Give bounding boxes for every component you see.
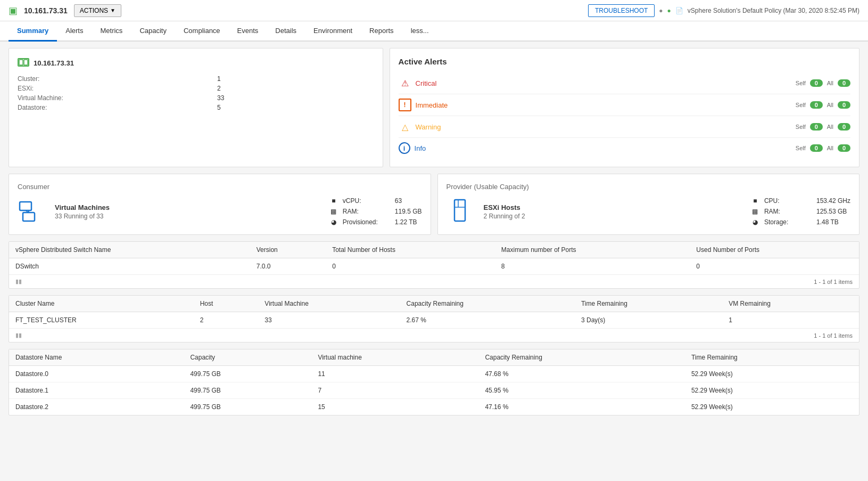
provisioned-row: ◕ Provisioned: 1.22 TB [329,218,422,226]
alert-info-label[interactable]: Info [415,144,796,152]
policy-text: vSphere Solution's Default Policy (Mar 3… [688,7,859,14]
distributed-switch-header-row: vSphere Distributed Switch Name Version … [9,242,859,258]
provider-ram-row: ▩ RAM: 125.53 GB [750,208,850,215]
col-datastore-name: Datastore Name [9,349,184,366]
datastore-value: 5 [217,104,374,111]
tab-less[interactable]: less... [402,21,437,42]
tab-summary[interactable]: Summary [9,21,57,42]
alert-info-counts: Self 0 All 0 [796,144,850,152]
col-ds-vm: Virtual machine [311,349,478,366]
provisioned-value: 1.22 TB [395,218,417,226]
tab-capacity[interactable]: Capacity [131,21,175,42]
cluster-value: 1 [217,75,374,83]
ds2-vm-cell: 15 [311,399,478,415]
ram-value: 119.5 GB [395,208,422,215]
immediate-self-count: 0 [810,101,823,109]
ds0-name-cell[interactable]: Datastore.0 [9,366,184,382]
policy-icon: 📄 [675,7,683,14]
chevron-down-icon: ▼ [110,7,115,13]
esxi-value: 2 [217,85,374,92]
warning-self-count: 0 [810,123,823,131]
col-max-ports: Maximum number of Ports [495,242,690,258]
storage-row: ◕ Storage: 1.48 TB [750,218,850,226]
cluster-section: Cluster Name Host Virtual Machine Capaci… [9,295,859,343]
cluster-name-cell[interactable]: FT_TEST_CLUSTER [9,312,194,329]
table-row: Datastore.0 499.75 GB 11 47.68 % 52.29 W… [9,366,859,382]
host-cell: 2 [194,312,259,329]
self-label-3: Self [796,124,806,130]
table-row: Datastore.1 499.75 GB 7 45.95 % 52.29 We… [9,382,859,399]
used-ports-cell: 0 [690,258,859,275]
storage-icon: ◕ [750,218,760,226]
consumer-info: Virtual Machines 33 Running of 33 [55,203,110,220]
all-label-2: All [827,102,833,108]
switch-name-cell[interactable]: DSwitch [9,258,250,275]
ram-row: ▩ RAM: 119.5 GB [329,208,422,215]
tab-alerts[interactable]: Alerts [57,21,92,42]
svg-rect-1 [19,60,23,65]
vm-resource-name: Virtual Machines [55,203,110,211]
immediate-all-count: 0 [838,101,850,109]
datastore-section: Datastore Name Capacity Virtual machine … [9,349,859,415]
col-version: Version [250,242,326,258]
tab-metrics[interactable]: Metrics [92,21,131,42]
ds2-cap-rem-cell: 47.16 % [478,399,684,415]
provider-info: ESXi Hosts 2 Running of 2 [484,203,525,220]
provider-ram-value: 125.53 GB [816,208,847,215]
esxi-resource-icon [447,198,473,226]
warning-all-count: 0 [838,123,850,131]
col-host: Host [194,296,259,312]
ram-label: RAM: [343,208,391,215]
top-bar-right: TROUBLESHOOT ● ● 📄 vSphere Solution's De… [588,4,859,17]
svg-rect-4 [23,213,35,221]
vm-remaining-cell: 1 [722,312,859,329]
tab-events[interactable]: Events [229,21,267,42]
critical-self-count: 0 [810,79,823,87]
table-row: DSwitch 7.0.0 0 8 0 [9,258,859,275]
version-cell: 7.0.0 [250,258,326,275]
critical-icon: ⚠ [399,77,411,89]
provider-header: Provider (Usable Capacity) [447,183,851,191]
cluster-resize-handle: ▮▮ [15,332,22,339]
troubleshoot-button[interactable]: TROUBLESHOOT [588,4,655,17]
time-remaining-cell: 3 Day(s) [575,312,722,329]
alert-critical-label[interactable]: Critical [416,79,796,87]
vm-cell: 33 [258,312,400,329]
tab-environment[interactable]: Environment [305,21,361,42]
table-row: Datastore.2 499.75 GB 15 47.16 % 52.29 W… [9,399,859,415]
ds2-name-cell[interactable]: Datastore.2 [9,399,184,415]
datastore-label: Datastore: [18,104,213,111]
info-self-count: 0 [810,144,823,152]
alert-row-immediate: ! Immediate Self 0 All 0 [399,94,850,116]
alert-immediate-counts: Self 0 All 0 [796,101,850,109]
provider-ram-icon: ▩ [750,208,760,215]
alert-immediate-label[interactable]: Immediate [416,101,796,109]
warning-icon: △ [399,120,411,133]
ram-stat-icon: ▩ [329,208,338,215]
tab-reports[interactable]: Reports [361,21,402,42]
distributed-switch-section: vSphere Distributed Switch Name Version … [9,241,859,289]
datacenter-icon [18,57,29,69]
col-used-ports: Used Number of Ports [690,242,859,258]
ds0-vm-cell: 11 [311,366,478,382]
alert-row-warning: △ Warning Self 0 All 0 [399,116,850,138]
datastore-table: Datastore Name Capacity Virtual machine … [9,349,859,415]
alert-warning-label[interactable]: Warning [416,123,796,131]
tab-details[interactable]: Details [267,21,305,42]
ds1-name-cell[interactable]: Datastore.1 [9,382,184,399]
ds0-time-rem-cell: 52.29 Week(s) [685,366,859,382]
actions-button[interactable]: ACTIONS ▼ [74,4,121,17]
tab-compliance[interactable]: Compliance [175,21,229,42]
switch-pagination: 1 - 1 of 1 items [814,279,853,285]
alert-critical-counts: Self 0 All 0 [796,79,850,87]
all-label-3: All [827,124,833,130]
consumer-header: Consumer [18,183,422,191]
svg-rect-2 [24,60,28,65]
provider-panel: Provider (Usable Capacity) ESXi Hosts 2 … [437,174,860,235]
col-ds-capacity: Capacity [184,349,311,366]
storage-value: 1.48 TB [816,218,839,226]
col-ds-time-remaining: Time Remaining [685,349,859,366]
storage-label: Storage: [764,218,812,226]
status-icon2: ● [667,7,671,14]
info-icon: i [399,142,410,154]
